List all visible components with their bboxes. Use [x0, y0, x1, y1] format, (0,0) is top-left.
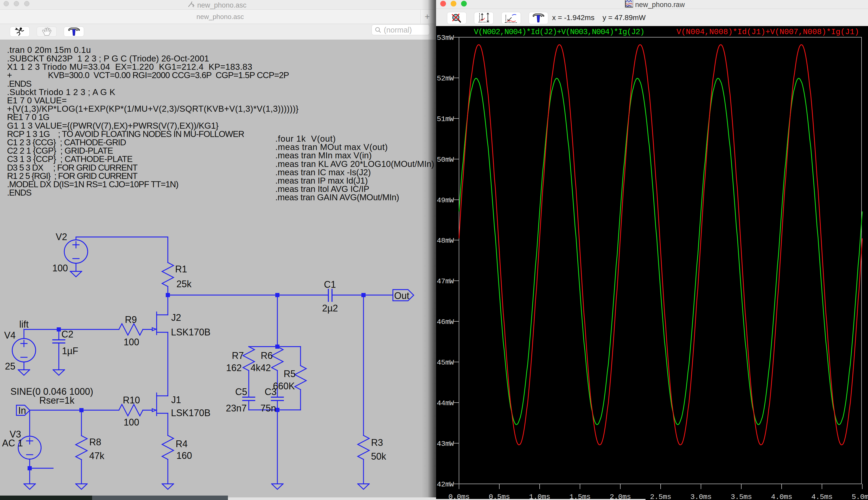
svg-text:53mW: 53mW — [437, 34, 454, 42]
svg-text:lift: lift — [19, 319, 28, 330]
svg-text:75n: 75n — [260, 403, 276, 413]
svg-text:44mW: 44mW — [437, 399, 454, 407]
svg-text:In: In — [18, 405, 26, 416]
svg-text:R7: R7 — [232, 350, 244, 361]
svg-text:2µ2: 2µ2 — [322, 303, 338, 314]
svg-text:J1: J1 — [171, 395, 181, 405]
svg-text:LSK170B: LSK170B — [171, 327, 211, 338]
svg-text:R1: R1 — [175, 264, 187, 274]
svg-text:Out: Out — [394, 291, 409, 301]
svg-text:R4: R4 — [176, 439, 188, 449]
svg-text:48mW: 48mW — [437, 237, 454, 245]
svg-text:162: 162 — [226, 363, 242, 373]
svg-text:4.5ms: 4.5ms — [811, 493, 833, 500]
svg-text:C2: C2 — [61, 329, 73, 340]
svg-text:43mW: 43mW — [437, 440, 454, 448]
svg-text:47mW: 47mW — [437, 277, 454, 285]
svg-text:23n7: 23n7 — [226, 403, 247, 413]
svg-text:100: 100 — [52, 263, 68, 273]
svg-text:C5: C5 — [235, 386, 247, 397]
svg-text:C3: C3 — [265, 386, 277, 397]
svg-text:4k42: 4k42 — [250, 363, 271, 373]
svg-text:R6: R6 — [261, 350, 273, 361]
svg-text:V4: V4 — [4, 330, 16, 341]
svg-text:V(N002,N004)*Id(J2)+V(N003,N00: V(N002,N004)*Id(J2)+V(N003,N004)*Ig(J2) — [474, 27, 644, 36]
svg-text:V(N004,N008)*Id(J1)+V(N007,N00: V(N004,N008)*Id(J1)+V(N007,N008)*Ig(J1) — [677, 27, 859, 36]
svg-text:R10: R10 — [123, 395, 140, 406]
svg-text:100: 100 — [124, 337, 139, 348]
svg-text:47k: 47k — [89, 451, 105, 461]
svg-text:R5: R5 — [284, 368, 296, 379]
svg-text:R3: R3 — [371, 437, 383, 448]
svg-text:46mW: 46mW — [437, 318, 454, 326]
svg-text:49mW: 49mW — [437, 196, 454, 204]
svg-text:1µF: 1µF — [62, 345, 78, 356]
svg-text:V2: V2 — [56, 231, 67, 242]
svg-text:45mW: 45mW — [437, 359, 454, 367]
svg-text:Rser=1k: Rser=1k — [39, 395, 75, 406]
svg-text:5.0ms: 5.0ms — [852, 493, 868, 500]
svg-text:160: 160 — [176, 450, 192, 461]
svg-text:3.0ms: 3.0ms — [690, 493, 712, 500]
svg-text:LSK170B: LSK170B — [171, 408, 211, 418]
svg-text:2.5ms: 2.5ms — [650, 493, 671, 500]
svg-text:25k: 25k — [176, 279, 192, 289]
svg-text:C1: C1 — [324, 279, 336, 290]
svg-text:AC 1: AC 1 — [2, 438, 23, 448]
svg-text:51mW: 51mW — [437, 115, 454, 123]
svg-text:R9: R9 — [125, 314, 137, 325]
svg-text:J2: J2 — [171, 312, 181, 323]
svg-text:50mW: 50mW — [437, 156, 454, 164]
svg-text:3.5ms: 3.5ms — [731, 493, 752, 500]
svg-text:50k: 50k — [371, 451, 386, 462]
svg-text:52mW: 52mW — [437, 75, 454, 82]
svg-text:4.0ms: 4.0ms — [771, 493, 792, 500]
svg-text:100: 100 — [124, 417, 139, 428]
svg-text:42mW: 42mW — [437, 480, 454, 489]
svg-text:25: 25 — [5, 361, 15, 372]
svg-text:R8: R8 — [89, 437, 101, 447]
